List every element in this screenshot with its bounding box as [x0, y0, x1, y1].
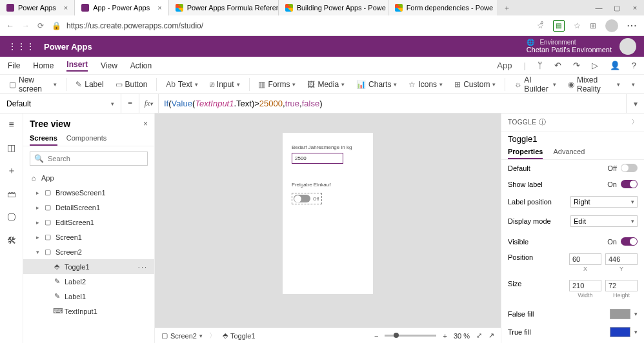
menu-app[interactable]: App — [497, 61, 512, 70]
popout-icon[interactable]: ↗ — [488, 331, 494, 340]
footer-screen-selector[interactable]: ▢Screen2▾ — [161, 331, 203, 340]
props-tab-properties[interactable]: Properties — [508, 148, 543, 159]
canvas-label1[interactable]: Bedarf Jahresmenge in kg — [292, 144, 364, 150]
control-name[interactable]: Toggle1 — [501, 132, 644, 148]
color-false-fill[interactable] — [610, 309, 630, 319]
more-icon[interactable]: ··· — [138, 263, 148, 271]
input-y[interactable]: 446 — [605, 253, 638, 265]
canvas-toggle1[interactable]: Off — [292, 193, 322, 204]
tree-item[interactable]: ✎Label1 — [23, 289, 154, 304]
tree-search[interactable]: 🔍 — [30, 152, 148, 166]
menu-home[interactable]: Home — [33, 61, 54, 70]
url-input[interactable] — [66, 21, 529, 30]
waffle-icon[interactable]: ⋮⋮⋮ — [8, 41, 35, 52]
browser-tab[interactable]: Building Power Apps - Powe × — [279, 0, 388, 15]
favorites-bar-icon[interactable]: ☆ — [574, 21, 581, 30]
environment-name[interactable]: Chetan Patil's Environment — [527, 46, 612, 54]
chevron-down-icon[interactable]: ▾ — [35, 249, 40, 255]
tree-tab-components[interactable]: Components — [66, 134, 106, 146]
menu-insert[interactable]: Insert — [66, 60, 88, 72]
canvas-screen[interactable]: Bedarf Jahresmenge in kg Freigabe Einkau… — [283, 133, 373, 294]
color-true-fill[interactable] — [610, 327, 630, 337]
close-window-button[interactable]: × — [626, 0, 644, 15]
close-icon[interactable]: × — [157, 4, 161, 12]
favorite-icon[interactable]: ☆̊ — [537, 21, 544, 30]
chevron-right-icon[interactable]: ▸ — [35, 190, 40, 196]
text-button[interactable]: AbText▾ — [162, 78, 202, 91]
input-height[interactable]: 72 — [605, 280, 638, 291]
chevron-right-icon[interactable]: ▸ — [35, 219, 40, 226]
icons-button[interactable]: ☆Icons▾ — [405, 78, 447, 91]
chevron-right-icon[interactable]: 〉 — [632, 118, 638, 126]
fit-icon[interactable]: ⤢ — [476, 331, 482, 340]
input-width[interactable]: 210 — [569, 280, 601, 291]
zoom-in-button[interactable]: + — [443, 332, 447, 340]
new-tab-button[interactable]: ＋ — [498, 0, 516, 15]
tree-item[interactable]: ▸▢Screen1 — [23, 230, 154, 244]
new-screen-button[interactable]: ▢New screen▾ — [5, 74, 61, 95]
minimize-button[interactable]: — — [590, 0, 608, 15]
redo-icon[interactable]: ↷ — [573, 61, 580, 70]
toggle-default[interactable] — [621, 164, 638, 172]
maximize-button[interactable]: ▢ — [608, 0, 626, 15]
toggle-visible[interactable] — [621, 237, 638, 246]
browser-tab[interactable]: Power Apps Formula Referen × — [169, 0, 279, 15]
tree-item[interactable]: ⬘Toggle1··· — [23, 259, 154, 274]
more-icon[interactable]: ··· — [627, 21, 638, 30]
tree-tab-screens[interactable]: Screens — [30, 134, 57, 146]
tree-item[interactable]: ▸▢BrowseScreen1 — [23, 185, 154, 200]
app-shortcut-icon[interactable]: ▤ — [553, 20, 565, 32]
tree-search-input[interactable] — [48, 155, 143, 162]
forward-icon[interactable]: → — [22, 21, 30, 30]
mixed-reality-button[interactable]: ◉Mixed Reality▾ — [564, 74, 624, 95]
play-icon[interactable]: ▷ — [592, 61, 598, 70]
user-avatar[interactable] — [619, 38, 636, 55]
browser-tab[interactable]: Form dependencies - Powe × — [388, 0, 498, 15]
menu-view[interactable]: View — [101, 61, 117, 70]
close-icon[interactable]: × — [64, 4, 68, 12]
forms-button[interactable]: ▥Forms▾ — [254, 78, 299, 91]
formula-input[interactable]: If(Value(TextInput1.Text)>25000,true,fal… — [159, 94, 626, 113]
menu-action[interactable]: Action — [130, 61, 152, 70]
chevron-down-icon[interactable]: ▾ — [634, 329, 638, 335]
tree-item[interactable]: ▸▢EditScreen1 — [23, 215, 154, 230]
input-button[interactable]: ⎚Input▾ — [206, 78, 244, 91]
toggle-show-label[interactable] — [621, 180, 638, 188]
profile-avatar[interactable] — [605, 19, 618, 32]
rail-tools-icon[interactable]: 🛠 — [6, 235, 17, 246]
canvas-textinput1[interactable] — [292, 153, 343, 164]
help-icon[interactable]: ? — [632, 61, 636, 70]
close-icon[interactable]: × — [143, 119, 148, 128]
select-label-position[interactable]: Right▾ — [570, 196, 638, 208]
chevron-right-icon[interactable]: ▸ — [35, 204, 40, 211]
chevron-right-icon[interactable]: ▸ — [35, 234, 40, 240]
rail-hamburger-icon[interactable]: ≡ — [6, 119, 17, 130]
button-button[interactable]: ▭Button — [112, 78, 152, 91]
collections-icon[interactable]: ⊞ — [590, 21, 596, 30]
refresh-icon[interactable]: ⟳ — [37, 21, 44, 30]
formula-expand-button[interactable]: ▾ — [626, 94, 644, 113]
charts-button[interactable]: 📊Charts▾ — [352, 78, 401, 91]
custom-button[interactable]: ⊞Custom▾ — [450, 78, 499, 91]
label-button[interactable]: ✎Label — [72, 78, 107, 91]
share-icon[interactable]: ᛘ — [538, 61, 543, 70]
props-tab-advanced[interactable]: Advanced — [553, 148, 585, 159]
zoom-out-button[interactable]: − — [374, 332, 378, 340]
rail-add-icon[interactable]: ＋ — [6, 165, 17, 177]
browser-tab[interactable]: Power Apps × — [0, 0, 75, 15]
rail-media-icon[interactable]: 🖵 — [6, 211, 17, 223]
tree-item[interactable]: ▸▢DetailScreen1 — [23, 200, 154, 215]
tree-item[interactable]: ⌨TextInput1 — [23, 304, 154, 318]
browser-tab[interactable]: App - Power Apps × — [75, 0, 169, 15]
back-icon[interactable]: ← — [6, 21, 14, 30]
media-button[interactable]: 🖼Media▾ — [303, 78, 348, 91]
menu-file[interactable]: File — [8, 61, 20, 70]
chevron-down-icon[interactable]: ▾ — [634, 311, 638, 317]
canvas-stage[interactable]: Bedarf Jahresmenge in kg Freigabe Einkau… — [155, 113, 501, 328]
tree-item[interactable]: ▾▢Screen2 — [23, 244, 154, 259]
info-icon[interactable]: ⓘ — [539, 118, 546, 126]
zoom-slider[interactable] — [385, 335, 436, 337]
toolbar-expand-button[interactable]: ▾ — [628, 79, 639, 90]
undo-icon[interactable]: ↶ — [554, 61, 561, 70]
ai-builder-button[interactable]: ☼AI Builder▾ — [510, 74, 560, 95]
